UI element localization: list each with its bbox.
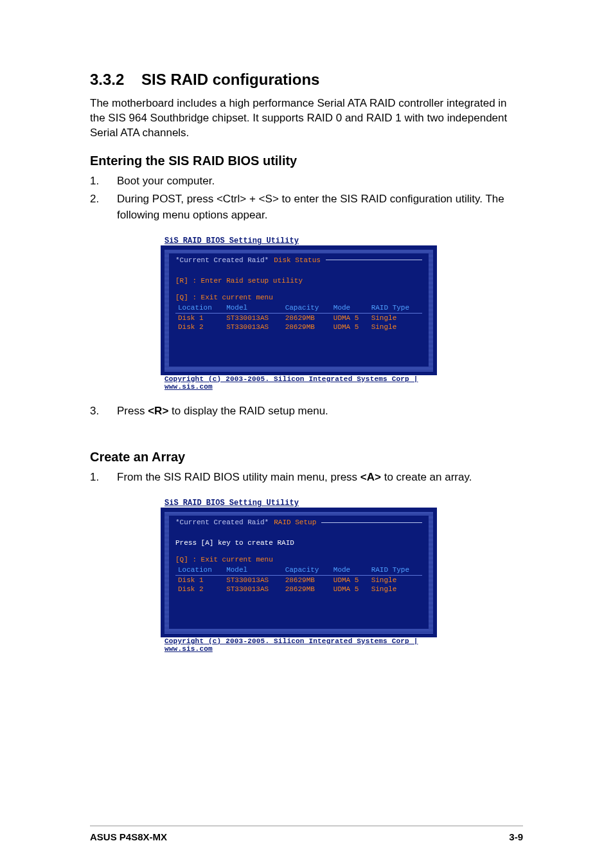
cell-location: Disk 1 <box>175 313 224 323</box>
bios-app-title: SiS RAID BIOS Setting Utility <box>161 236 437 245</box>
key-literal: <R> <box>148 405 168 417</box>
step-number: 1. <box>90 470 117 486</box>
cell-mode: UDMA 5 <box>331 313 369 323</box>
cell-capacity: 28629MB <box>283 313 331 323</box>
cell-raid: Single <box>369 313 422 323</box>
bios-screenshot-1: SiS RAID BIOS Setting Utility *Current C… <box>161 236 437 391</box>
section-number: 3.3.2 <box>90 71 124 88</box>
steps-list-1b: 3. Press <R> to display the RAID setup m… <box>90 403 523 420</box>
cell-location: Disk 2 <box>175 585 224 594</box>
step-text: Press <R> to display the RAID setup menu… <box>117 403 523 420</box>
step-item: 1. From the SIS RAID BIOS utility main m… <box>90 470 523 486</box>
table-row: Disk 1 ST330013AS 28629MB UDMA 5 Single <box>175 313 422 323</box>
cell-raid: Single <box>369 576 422 585</box>
bios-window: *Current Created Raid* RAID Setup Press … <box>161 508 437 637</box>
bios-tab-label: Disk Status <box>274 256 321 264</box>
bios-hint: Press [A] key to create RAID <box>175 539 422 547</box>
col-model: Model <box>224 303 282 314</box>
cell-model: ST330013AS <box>224 585 282 594</box>
subsection-entering: Entering the SIS RAID BIOS utility <box>90 154 523 168</box>
bios-divider <box>321 522 422 523</box>
bios-copyright: Copyright (c) 2003-2005. Silicon Integra… <box>161 375 437 391</box>
bios-screenshot-2: SiS RAID BIOS Setting Utility *Current C… <box>161 499 437 653</box>
bios-copyright: Copyright (c) 2003-2005. Silicon Integra… <box>161 637 437 653</box>
steps-list-2: 1. From the SIS RAID BIOS utility main m… <box>90 470 523 486</box>
col-capacity: Capacity <box>283 565 331 576</box>
section-heading: SIS RAID configurations <box>141 71 319 88</box>
col-mode: Mode <box>331 565 369 576</box>
cell-capacity: 28629MB <box>283 323 331 332</box>
cell-location: Disk 1 <box>175 576 224 585</box>
col-location: Location <box>175 565 224 576</box>
cell-raid: Single <box>369 585 422 594</box>
cell-model: ST330013AS <box>224 576 282 585</box>
table-row: Disk 2 ST330013AS 28629MB UDMA 5 Single <box>175 585 422 594</box>
bios-divider <box>326 260 422 260</box>
step-text: Boot your computer. <box>117 173 523 190</box>
col-location: Location <box>175 303 224 314</box>
table-row: Disk 1 ST330013AS 28629MB UDMA 5 Single <box>175 576 422 585</box>
step-number: 2. <box>90 191 117 223</box>
col-capacity: Capacity <box>283 303 331 314</box>
cell-mode: UDMA 5 <box>331 323 369 332</box>
cell-model: ST330013AS <box>224 313 282 323</box>
col-raid-type: RAID Type <box>369 565 422 576</box>
steps-list-1: 1. Boot your computer. 2. During POST, p… <box>90 173 523 224</box>
bios-hint: [Q] : Exit current menu <box>175 556 422 563</box>
step-number: 3. <box>90 403 117 420</box>
step-text: During POST, press <Ctrl> + <S> to enter… <box>117 191 523 223</box>
bios-disk-table: Location Model Capacity Mode RAID Type D… <box>175 565 422 594</box>
step-number: 1. <box>90 173 117 190</box>
bios-disk-table: Location Model Capacity Mode RAID Type D… <box>175 303 422 332</box>
bios-hint: [R] : Enter Raid setup utility <box>175 277 422 285</box>
col-raid-type: RAID Type <box>369 303 422 314</box>
section-intro: The motherboard includes a high performa… <box>90 96 523 141</box>
cell-raid: Single <box>369 323 422 332</box>
cell-model: ST330013AS <box>224 323 282 332</box>
page-footer: ASUS P4S8X-MX 3-9 <box>90 826 523 842</box>
step-item: 2. During POST, press <Ctrl> + <S> to en… <box>90 191 523 223</box>
cell-location: Disk 2 <box>175 323 224 332</box>
col-model: Model <box>224 565 282 576</box>
cell-mode: UDMA 5 <box>331 576 369 585</box>
footer-left: ASUS P4S8X-MX <box>90 831 167 842</box>
step-item: 1. Boot your computer. <box>90 173 523 190</box>
bios-header-label: *Current Created Raid* <box>175 256 269 264</box>
bios-header-label: *Current Created Raid* <box>175 518 269 526</box>
key-literal: <A> <box>360 471 381 483</box>
bios-hint: [Q] : Exit current menu <box>175 294 422 301</box>
cell-capacity: 28629MB <box>283 576 331 585</box>
step-text: From the SIS RAID BIOS utility main menu… <box>117 470 523 486</box>
bios-tab-label: RAID Setup <box>274 518 316 526</box>
footer-right: 3-9 <box>509 831 523 842</box>
step-item: 3. Press <R> to display the RAID setup m… <box>90 403 523 420</box>
subsection-create-array: Create an Array <box>90 450 523 465</box>
col-mode: Mode <box>331 303 369 314</box>
section-title: 3.3.2 SIS RAID configurations <box>90 71 523 89</box>
bios-window: *Current Created Raid* Disk Status [R] :… <box>161 245 437 375</box>
cell-mode: UDMA 5 <box>331 585 369 594</box>
bios-app-title: SiS RAID BIOS Setting Utility <box>161 499 437 508</box>
table-row: Disk 2 ST330013AS 28629MB UDMA 5 Single <box>175 323 422 332</box>
cell-capacity: 28629MB <box>283 585 331 594</box>
